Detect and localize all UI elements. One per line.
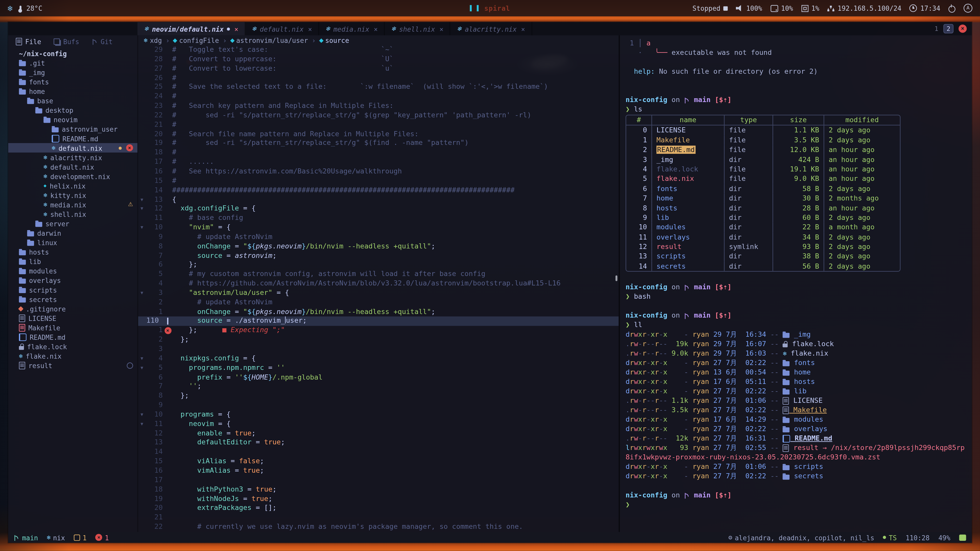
tab-close-icon[interactable]: × bbox=[308, 25, 312, 33]
code-line[interactable]: 17# ...... bbox=[138, 158, 619, 167]
window-close-button[interactable]: × bbox=[959, 24, 967, 33]
tree-item-.git[interactable]: .git bbox=[8, 58, 138, 67]
code-line[interactable]: 9 bbox=[138, 401, 619, 410]
code-line[interactable]: 22 # currently we use lazy.nvim as neovi… bbox=[138, 523, 619, 532]
code-line[interactable]: ▾5 programs.npm.npmrc = '' bbox=[138, 364, 619, 373]
terminal-input[interactable]: ❯ ls bbox=[625, 105, 966, 114]
code-line[interactable]: ▾10 programs = { bbox=[138, 410, 619, 420]
code-line[interactable]: 28# Convert to uppercase: `U` bbox=[138, 55, 619, 64]
code-line[interactable]: 25# Save the selected text to a file: `:… bbox=[138, 83, 619, 92]
breadcrumb-segment[interactable]: source bbox=[320, 37, 349, 44]
code-line[interactable]: 15 viAlias = false; bbox=[138, 457, 619, 467]
tree-item-shell.nix[interactable]: ❄shell.nix bbox=[8, 209, 138, 219]
tree-item-lib[interactable]: lib bbox=[8, 257, 138, 266]
code-line[interactable]: 15# bbox=[138, 176, 619, 186]
fold-icon[interactable]: ▾ bbox=[138, 223, 146, 233]
tree-item-alacritty.nix[interactable]: ❄alacritty.nix bbox=[8, 152, 138, 162]
code-line[interactable]: 2 # update AstroNvim bbox=[138, 298, 619, 307]
tree-item-helix.nix[interactable]: ◆helix.nix bbox=[8, 181, 138, 190]
tab-default.nix[interactable]: ❄default.nix× bbox=[245, 22, 319, 35]
git-branch-status[interactable]: main bbox=[14, 534, 38, 541]
code-line[interactable]: 9 # update AstroNvim bbox=[138, 232, 619, 242]
tree-item-development.nix[interactable]: ❄development.nix bbox=[8, 171, 138, 181]
code-line[interactable]: 19# sed -ri "s/pattern_str/replace_str/g… bbox=[138, 139, 619, 148]
code-line[interactable]: 16# See https://astronvim.com/Basic%20Us… bbox=[138, 167, 619, 176]
code-line[interactable]: 6 prefix = ''${HOME}/.npm-global bbox=[138, 373, 619, 383]
fold-icon[interactable]: ▾ bbox=[138, 195, 146, 205]
code-line[interactable]: 2 }; bbox=[138, 335, 619, 345]
wezterm-tab-2[interactable]: 2 bbox=[943, 24, 954, 33]
tree-item-linux[interactable]: linux bbox=[8, 238, 138, 247]
tree-item-flake.nix[interactable]: ❄flake.nix bbox=[8, 351, 138, 360]
code-line[interactable]: 7 source = astronvim; bbox=[138, 251, 619, 261]
editor-pane[interactable]: ❄xdg›configFile›astronvim/lua/user›sourc… bbox=[138, 35, 619, 532]
code-line[interactable]: ▾4 nixpkgs.config = { bbox=[138, 354, 619, 364]
code-line[interactable]: ▾11 neovim = { bbox=[138, 420, 619, 429]
tab-shell.nix[interactable]: ❄shell.nix× bbox=[385, 22, 450, 35]
code-line[interactable]: 6 }; bbox=[138, 261, 619, 270]
keyboard-layout-indicator[interactable]: A bbox=[964, 4, 973, 13]
terminal-input[interactable]: ❯ bbox=[625, 500, 966, 510]
tab-neovim/default.nix[interactable]: ❄neovim/default.nix●× bbox=[138, 22, 245, 35]
tab-alacritty.nix[interactable]: ❄alacritty.nix× bbox=[450, 22, 532, 35]
tree-item-LICENSE[interactable]: LICENSE bbox=[8, 313, 138, 323]
tree-item-neovim[interactable]: neovim bbox=[8, 115, 138, 124]
tree-item-astronvim_user[interactable]: astronvim_user bbox=[8, 124, 138, 134]
terminal-pane[interactable]: 1 │ a · ╰── executable was not found hel… bbox=[619, 35, 972, 532]
tree-item-README.md[interactable]: README.md bbox=[8, 134, 138, 143]
tree-item-_img[interactable]: _img bbox=[8, 67, 138, 77]
code-line[interactable]: 8 }; bbox=[138, 392, 619, 401]
code-line[interactable]: 20# Search file name pattern and Replace… bbox=[138, 130, 619, 139]
code-line[interactable]: 4 # https://github.com/AstroNvim/AstroNv… bbox=[138, 279, 619, 289]
code-line[interactable]: 24# bbox=[138, 92, 619, 102]
code-line[interactable]: ▾12 xdg.configFile = { bbox=[138, 204, 619, 214]
code-line[interactable]: 19 withNodeJs = true; bbox=[138, 494, 619, 504]
fold-icon[interactable]: ▾ bbox=[138, 364, 146, 373]
code-area[interactable]: 29# Toggle text's case: `~` 28# Convert … bbox=[138, 45, 619, 532]
code-line[interactable]: 20 extraPackages = []; bbox=[138, 504, 619, 513]
tree-item-overlays[interactable]: overlays bbox=[8, 275, 138, 285]
code-line[interactable]: 3 bbox=[138, 345, 619, 354]
explorer-tab-bufs[interactable]: Bufs bbox=[54, 38, 80, 45]
tree-item-modules[interactable]: modules bbox=[8, 266, 138, 275]
error-count[interactable]: × 1 bbox=[95, 534, 109, 541]
terminal-input[interactable]: ❯ ll bbox=[625, 321, 966, 330]
code-line[interactable]: 8 onChange = "${pkgs.neovim}/bin/nvim --… bbox=[138, 242, 619, 251]
breadcrumb-segment[interactable]: configFile bbox=[173, 37, 219, 44]
code-line[interactable]: 18 withPython3 = true; bbox=[138, 485, 619, 495]
tree-item-default.nix[interactable]: ❄default.nix bbox=[8, 162, 138, 171]
wezterm-tab-1[interactable]: 1 bbox=[935, 25, 939, 32]
tree-item-result[interactable]: result bbox=[8, 360, 138, 370]
tree-item-flake.lock[interactable]: flake.lock bbox=[8, 341, 138, 351]
explorer-tab-file[interactable]: File bbox=[16, 38, 41, 45]
code-line[interactable]: 27# Convert to lowercase: `u` bbox=[138, 64, 619, 73]
code-line[interactable]: 14 bbox=[138, 448, 619, 457]
code-line[interactable]: 13 defaultEditor = true; bbox=[138, 438, 619, 448]
tree-item-darwin[interactable]: darwin bbox=[8, 228, 138, 238]
code-line[interactable]: 7 ''; bbox=[138, 382, 619, 392]
code-line[interactable]: 1× }; ■ Expecting ";" bbox=[138, 326, 619, 335]
fold-icon[interactable]: ▾ bbox=[138, 289, 146, 298]
fold-icon[interactable]: ▾ bbox=[138, 354, 146, 364]
tree-item-.gitignore[interactable]: .gitignore bbox=[8, 304, 138, 313]
code-line[interactable]: 110 source = ./astronvim_user; bbox=[138, 317, 619, 326]
fold-icon[interactable]: ▾ bbox=[138, 204, 146, 214]
explorer-tab-git[interactable]: Git bbox=[92, 38, 113, 45]
tree-item-scripts[interactable]: scripts bbox=[8, 285, 138, 294]
tree-item-kitty.nix[interactable]: ❄kitty.nix bbox=[8, 190, 138, 200]
code-line[interactable]: 22# sed -ri "s/pattern_str/replace_str/g… bbox=[138, 111, 619, 121]
tab-close-icon[interactable]: × bbox=[521, 25, 525, 33]
code-line[interactable]: 11 # base config bbox=[138, 214, 619, 223]
fold-icon[interactable]: ▾ bbox=[138, 420, 146, 429]
code-line[interactable]: 12 enable = true; bbox=[138, 429, 619, 438]
code-line[interactable]: ▾10 "nvim" = { bbox=[138, 223, 619, 233]
code-line[interactable]: 21# bbox=[138, 120, 619, 130]
tree-item-server[interactable]: server bbox=[8, 219, 138, 228]
tree-item-default.nix[interactable]: ❄default.nix●× bbox=[8, 143, 138, 152]
code-line[interactable]: 21 bbox=[138, 513, 619, 523]
tree-item-secrets[interactable]: secrets bbox=[8, 294, 138, 304]
tree-item-base[interactable]: base bbox=[8, 96, 138, 105]
breadcrumb-segment[interactable]: ❄xdg bbox=[144, 37, 162, 44]
code-line[interactable]: 26# bbox=[138, 73, 619, 83]
breadcrumb-segment[interactable]: astronvim/lua/user bbox=[231, 37, 308, 44]
